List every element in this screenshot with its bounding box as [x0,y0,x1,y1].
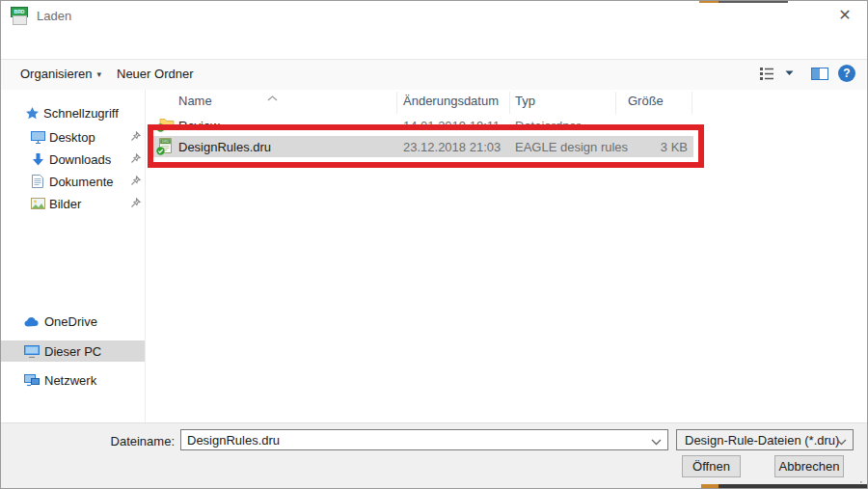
column-header-modified[interactable]: Änderungsdatum [403,94,499,108]
sidebar-item-desktop[interactable]: Desktop [1,126,145,148]
monitor-icon [31,131,45,144]
dialog-footer: Dateiname: Design-Rule-Dateien (*.dru) Ö… [1,422,867,489]
sort-ascending-icon [267,90,278,104]
view-options-chevron-icon[interactable] [785,70,794,76]
annotation-red-rectangle [148,124,704,168]
filename-combobox [180,429,668,450]
quick-access-star-icon [26,107,39,120]
sidebar-item-onedrive[interactable]: OneDrive [1,311,145,332]
filetype-dropdown[interactable]: Design-Rule-Dateien (*.dru) [676,429,854,450]
pin-icon [130,130,141,141]
column-header-type[interactable]: Typ [515,94,535,108]
picture-icon [31,198,45,209]
column-header-size[interactable]: Größe [628,94,664,108]
title-bar: BRD Laden ✕ [1,1,867,30]
document-icon [32,175,43,188]
chevron-down-icon[interactable] [651,434,662,448]
close-icon: ✕ [838,6,851,24]
pin-icon [130,197,141,207]
filetype-value: Design-Rule-Dateien (*.dru) [685,433,839,448]
screen-bleed-top-orange [699,1,719,3]
sidebar-item-quick-access[interactable]: Schnellzugriff [1,102,145,123]
new-folder-button[interactable]: Neuer Ordner [117,67,193,81]
sidebar-item-pictures[interactable]: Bilder [1,193,145,214]
screen-bleed-bottom-orange [701,484,719,488]
screen-bleed-bottom-dark [719,484,868,488]
chevron-down-icon [836,434,847,448]
sidebar-item-documents[interactable]: Dokumente [1,171,145,192]
close-button[interactable]: ✕ [825,1,865,29]
window-title: Laden [37,9,71,23]
open-button[interactable]: Öffnen [682,455,741,477]
help-icon[interactable]: ? [838,65,855,82]
cancel-button[interactable]: Abbrechen [774,455,844,477]
command-toolbar: Organisieren▾ Neuer Ordner ? [1,59,867,91]
details-view-icon[interactable] [760,67,775,80]
column-header-name[interactable]: Name [178,94,212,108]
network-icon [24,374,40,387]
filename-input[interactable] [181,430,650,449]
pin-icon [130,152,141,163]
sidebar-item-this-pc[interactable]: Dieser PC [1,340,145,362]
organize-button[interactable]: Organisieren▾ [20,67,101,81]
sidebar-item-network[interactable]: Netzwerk [1,369,145,391]
column-divider[interactable] [615,92,616,114]
cloud-icon [24,316,41,327]
navigation-bar: ← → ↑ › Dieser PC › APPLE (D:) › SVN › T… [1,30,867,59]
column-divider[interactable] [509,92,510,114]
sidebar-item-downloads[interactable]: Downloads [1,149,145,170]
screen-bleed-top-dark [719,1,788,3]
column-divider[interactable] [396,92,397,114]
filename-label: Dateiname: [88,434,175,448]
pin-icon [130,175,141,185]
open-file-dialog: BRD Laden ✕ ← → ↑ › Dieser PC › APPLE (D… [0,0,868,489]
computer-icon [24,345,40,358]
download-arrow-icon [32,153,44,166]
chevron-down-icon: ▾ [96,69,101,79]
eagle-brd-icon: BRD [11,7,28,24]
preview-pane-icon[interactable] [811,68,828,80]
column-divider[interactable] [692,92,692,114]
